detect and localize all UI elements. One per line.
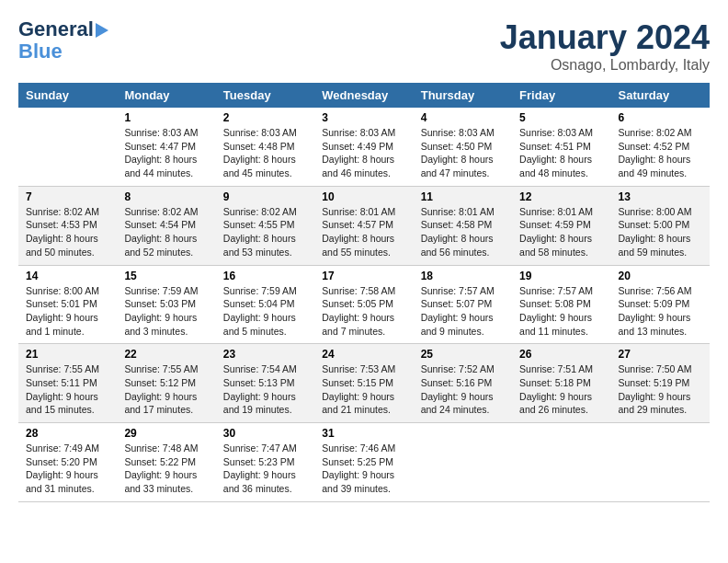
calendar-cell: 17Sunrise: 7:58 AM Sunset: 5:05 PM Dayli… <box>314 265 413 344</box>
col-header-tuesday: Tuesday <box>216 83 314 108</box>
calendar-cell: 28Sunrise: 7:49 AM Sunset: 5:20 PM Dayli… <box>18 423 117 502</box>
logo-arrow-icon <box>96 23 108 38</box>
day-number: 24 <box>322 348 405 361</box>
day-info: Sunrise: 7:48 AM Sunset: 5:22 PM Dayligh… <box>124 442 208 496</box>
day-number: 1 <box>124 111 208 124</box>
calendar-cell: 22Sunrise: 7:55 AM Sunset: 5:12 PM Dayli… <box>117 344 215 423</box>
calendar-cell: 14Sunrise: 8:00 AM Sunset: 5:01 PM Dayli… <box>18 265 117 344</box>
day-number: 15 <box>124 270 208 282</box>
calendar-cell: 12Sunrise: 8:01 AM Sunset: 4:59 PM Dayli… <box>512 186 610 265</box>
day-info: Sunrise: 7:59 AM Sunset: 5:04 PM Dayligh… <box>223 284 307 339</box>
calendar-cell: 23Sunrise: 7:54 AM Sunset: 5:13 PM Dayli… <box>216 344 314 423</box>
calendar-cell: 2Sunrise: 8:03 AM Sunset: 4:48 PM Daylig… <box>216 108 314 186</box>
col-header-friday: Friday <box>512 83 610 108</box>
calendar-cell: 8Sunrise: 8:02 AM Sunset: 4:54 PM Daylig… <box>117 186 215 265</box>
day-info: Sunrise: 8:01 AM Sunset: 4:58 PM Dayligh… <box>421 205 505 259</box>
calendar-table: SundayMondayTuesdayWednesdayThursdayFrid… <box>18 83 710 502</box>
day-info: Sunrise: 7:57 AM Sunset: 5:08 PM Dayligh… <box>519 284 603 339</box>
calendar-header-row: SundayMondayTuesdayWednesdayThursdayFrid… <box>18 83 710 108</box>
day-info: Sunrise: 8:03 AM Sunset: 4:50 PM Dayligh… <box>421 126 505 180</box>
col-header-monday: Monday <box>117 83 215 108</box>
calendar-cell: 21Sunrise: 7:55 AM Sunset: 5:11 PM Dayli… <box>18 344 117 423</box>
day-number: 21 <box>26 348 109 361</box>
day-info: Sunrise: 8:01 AM Sunset: 4:59 PM Dayligh… <box>519 205 603 259</box>
calendar-cell: 31Sunrise: 7:46 AM Sunset: 5:25 PM Dayli… <box>314 423 413 502</box>
page-header: General Blue January 2024 Osnago, Lombar… <box>18 18 710 74</box>
day-info: Sunrise: 7:56 AM Sunset: 5:09 PM Dayligh… <box>619 284 702 339</box>
calendar-cell: 26Sunrise: 7:51 AM Sunset: 5:18 PM Dayli… <box>512 344 610 423</box>
day-info: Sunrise: 8:03 AM Sunset: 4:49 PM Dayligh… <box>322 126 405 180</box>
day-number: 11 <box>421 190 505 203</box>
calendar-cell: 20Sunrise: 7:56 AM Sunset: 5:09 PM Dayli… <box>611 265 710 344</box>
day-number: 8 <box>124 190 208 203</box>
day-number: 20 <box>619 270 702 282</box>
week-row-1: 1Sunrise: 8:03 AM Sunset: 4:47 PM Daylig… <box>18 108 710 186</box>
calendar-cell: 15Sunrise: 7:59 AM Sunset: 5:03 PM Dayli… <box>117 265 215 344</box>
day-info: Sunrise: 7:51 AM Sunset: 5:18 PM Dayligh… <box>519 362 603 417</box>
day-info: Sunrise: 7:47 AM Sunset: 5:23 PM Dayligh… <box>223 442 307 496</box>
day-number: 17 <box>322 270 405 282</box>
calendar-cell: 3Sunrise: 8:03 AM Sunset: 4:49 PM Daylig… <box>314 108 413 186</box>
day-number: 29 <box>124 427 208 440</box>
calendar-cell: 6Sunrise: 8:02 AM Sunset: 4:52 PM Daylig… <box>611 108 710 186</box>
calendar-cell: 30Sunrise: 7:47 AM Sunset: 5:23 PM Dayli… <box>216 423 314 502</box>
week-row-2: 7Sunrise: 8:02 AM Sunset: 4:53 PM Daylig… <box>18 186 710 265</box>
day-info: Sunrise: 7:55 AM Sunset: 5:11 PM Dayligh… <box>26 362 109 417</box>
day-number: 5 <box>519 111 603 124</box>
day-number: 3 <box>322 111 405 124</box>
day-info: Sunrise: 8:03 AM Sunset: 4:48 PM Dayligh… <box>223 126 307 180</box>
day-number: 26 <box>519 348 603 361</box>
calendar-cell: 4Sunrise: 8:03 AM Sunset: 4:50 PM Daylig… <box>414 108 512 186</box>
day-number: 27 <box>619 348 702 361</box>
day-number: 28 <box>26 427 109 440</box>
day-number: 2 <box>223 111 307 124</box>
calendar-cell: 24Sunrise: 7:53 AM Sunset: 5:15 PM Dayli… <box>314 344 413 423</box>
day-number: 22 <box>124 348 208 361</box>
day-number: 10 <box>322 190 405 203</box>
calendar-cell <box>512 423 610 502</box>
title-block: January 2024 Osnago, Lombardy, Italy <box>500 18 710 74</box>
calendar-cell: 10Sunrise: 8:01 AM Sunset: 4:57 PM Dayli… <box>314 186 413 265</box>
day-number: 13 <box>619 190 702 203</box>
logo: General Blue <box>18 18 108 63</box>
col-header-saturday: Saturday <box>611 83 710 108</box>
calendar-cell: 5Sunrise: 8:03 AM Sunset: 4:51 PM Daylig… <box>512 108 610 186</box>
day-info: Sunrise: 7:59 AM Sunset: 5:03 PM Dayligh… <box>124 284 208 339</box>
day-info: Sunrise: 8:02 AM Sunset: 4:52 PM Dayligh… <box>619 126 702 180</box>
week-row-3: 14Sunrise: 8:00 AM Sunset: 5:01 PM Dayli… <box>18 265 710 344</box>
day-number: 30 <box>223 427 307 440</box>
day-number: 14 <box>26 270 109 282</box>
day-info: Sunrise: 8:00 AM Sunset: 5:00 PM Dayligh… <box>619 205 702 259</box>
day-info: Sunrise: 8:01 AM Sunset: 4:57 PM Dayligh… <box>322 205 405 259</box>
calendar-cell: 25Sunrise: 7:52 AM Sunset: 5:16 PM Dayli… <box>414 344 512 423</box>
day-number: 16 <box>223 270 307 282</box>
day-number: 25 <box>421 348 505 361</box>
day-info: Sunrise: 7:54 AM Sunset: 5:13 PM Dayligh… <box>223 362 307 417</box>
calendar-cell <box>18 108 117 186</box>
day-info: Sunrise: 7:52 AM Sunset: 5:16 PM Dayligh… <box>421 362 505 417</box>
day-info: Sunrise: 8:02 AM Sunset: 4:55 PM Dayligh… <box>223 205 307 259</box>
logo-text-general: General <box>18 18 94 40</box>
month-title: January 2024 <box>500 18 710 57</box>
day-info: Sunrise: 7:58 AM Sunset: 5:05 PM Dayligh… <box>322 284 405 339</box>
day-number: 7 <box>26 190 109 203</box>
day-info: Sunrise: 7:53 AM Sunset: 5:15 PM Dayligh… <box>322 362 405 417</box>
day-info: Sunrise: 7:49 AM Sunset: 5:20 PM Dayligh… <box>26 442 109 496</box>
day-number: 6 <box>619 111 702 124</box>
col-header-thursday: Thursday <box>414 83 512 108</box>
day-info: Sunrise: 7:57 AM Sunset: 5:07 PM Dayligh… <box>421 284 505 339</box>
calendar-cell: 16Sunrise: 7:59 AM Sunset: 5:04 PM Dayli… <box>216 265 314 344</box>
day-number: 23 <box>223 348 307 361</box>
day-info: Sunrise: 7:55 AM Sunset: 5:12 PM Dayligh… <box>124 362 208 417</box>
calendar-cell: 1Sunrise: 8:03 AM Sunset: 4:47 PM Daylig… <box>117 108 215 186</box>
day-number: 18 <box>421 270 505 282</box>
calendar-cell <box>611 423 710 502</box>
day-number: 12 <box>519 190 603 203</box>
calendar-cell: 29Sunrise: 7:48 AM Sunset: 5:22 PM Dayli… <box>117 423 215 502</box>
day-info: Sunrise: 8:00 AM Sunset: 5:01 PM Dayligh… <box>26 284 109 339</box>
calendar-cell <box>414 423 512 502</box>
day-info: Sunrise: 8:02 AM Sunset: 4:54 PM Dayligh… <box>124 205 208 259</box>
calendar-cell: 9Sunrise: 8:02 AM Sunset: 4:55 PM Daylig… <box>216 186 314 265</box>
col-header-wednesday: Wednesday <box>314 83 413 108</box>
week-row-4: 21Sunrise: 7:55 AM Sunset: 5:11 PM Dayli… <box>18 344 710 423</box>
